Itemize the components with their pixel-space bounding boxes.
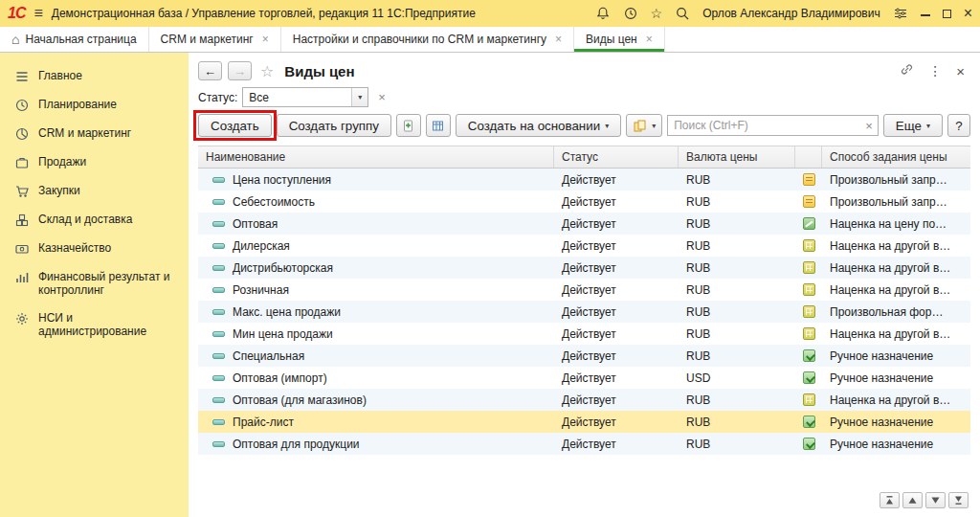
cell-status: Действует — [554, 301, 679, 323]
clear-filter-icon[interactable]: × — [373, 90, 390, 104]
service-settings-icon[interactable] — [893, 6, 908, 21]
cell-currency: RUB — [679, 169, 795, 191]
tab-close-icon[interactable]: × — [262, 33, 269, 46]
gear-icon — [14, 311, 30, 326]
table-view-button[interactable] — [426, 114, 451, 137]
go-up-button[interactable] — [902, 492, 923, 508]
sidebar-item-financial-result[interactable]: Финансовый результат и контроллинг — [0, 263, 189, 304]
sidebar-item-main[interactable]: Главное — [0, 62, 189, 91]
sidebar-item-warehouse[interactable]: Склад и доставка — [0, 206, 189, 235]
chevron-down-icon[interactable]: ▾ — [351, 88, 368, 106]
cell-method: Наценка на другой в… — [822, 257, 970, 279]
cell-method: Ручное назначение — [822, 367, 970, 389]
cell-method: Наценка на цену по… — [822, 213, 970, 235]
create-group-button[interactable]: Создать группу — [277, 114, 391, 137]
tab-price-types[interactable]: Виды цен × — [574, 27, 665, 52]
sidebar-item-planning[interactable]: Планирование — [0, 91, 189, 120]
price-type-item-icon — [212, 331, 225, 337]
minimize-window-icon[interactable] — [921, 9, 930, 18]
cell-method: Произвольный запр… — [822, 191, 970, 213]
document-plus-button[interactable] — [396, 114, 421, 137]
forward-button[interactable]: → — [228, 61, 252, 80]
tab-bar: ⌂ Начальная страница CRM и маркетинг × Н… — [0, 27, 980, 53]
sidebar-item-treasury[interactable]: Казначейство — [0, 235, 189, 263]
go-last-button[interactable] — [948, 492, 969, 508]
column-header-currency[interactable]: Валюта цены — [679, 146, 795, 168]
price-type-item-icon — [212, 353, 225, 359]
help-button[interactable]: ? — [947, 114, 970, 137]
price-types-table: Наименование Статус Валюта цены Способ з… — [198, 146, 970, 455]
table-row[interactable]: Мин цена продажи Действует RUB Наценка н… — [198, 323, 970, 345]
table-row[interactable]: Дилерская Действует RUB Наценка на друго… — [198, 235, 970, 257]
cell-method: Произвольный запр… — [822, 169, 970, 191]
table-row[interactable]: Оптовая (для магазинов) Действует RUB На… — [198, 389, 970, 411]
sidebar-item-administration[interactable]: НСИ и администрирование — [0, 304, 189, 346]
price-type-item-icon — [212, 265, 225, 271]
get-link-icon[interactable] — [900, 62, 914, 79]
close-form-icon[interactable]: × — [956, 63, 965, 79]
table-row[interactable]: Дистрибьюторская Действует RUB Наценка н… — [198, 257, 970, 279]
history-icon[interactable] — [623, 6, 638, 21]
maximize-window-icon[interactable] — [943, 10, 951, 18]
user-name[interactable]: Орлов Александр Владимирович — [702, 7, 880, 20]
table-row[interactable]: Специальная Действует RUB Ручное назначе… — [198, 345, 970, 367]
sidebar-item-sales[interactable]: Продажи — [0, 148, 189, 177]
financial-result-icon — [14, 270, 30, 285]
table-row[interactable]: Себестоимость Действует RUB Произвольный… — [198, 191, 970, 213]
cell-method: Наценка на другой в… — [822, 389, 970, 411]
cell-method: Произвольная фор… — [822, 301, 970, 323]
column-header-method-icon[interactable] — [795, 146, 822, 168]
sidebar-label: CRM и маркетинг — [38, 126, 131, 140]
sidebar-item-purchases[interactable]: Закупки — [0, 177, 189, 206]
list-toolbar: Создать Создать группу Создать на основа… — [189, 114, 980, 144]
table-row[interactable]: Розничная Действует RUB Наценка на друго… — [198, 279, 970, 301]
table-row[interactable]: Оптовая (импорт) Действует USD Ручное на… — [198, 367, 970, 389]
price-type-item-icon — [212, 177, 225, 183]
tab-crm-settings[interactable]: Настройки и справочники по CRM и маркети… — [281, 27, 574, 52]
cell-status: Действует — [554, 169, 679, 191]
column-header-status[interactable]: Статус — [554, 146, 679, 168]
go-down-button[interactable] — [925, 492, 946, 508]
window-title: Демонстрационная база / Управление торго… — [52, 7, 476, 20]
close-window-icon[interactable]: × — [964, 6, 972, 21]
table-row[interactable]: Оптовая Действует RUB Наценка на цену по… — [198, 213, 970, 235]
sidebar-label: Планирование — [38, 98, 117, 111]
cell-currency: RUB — [679, 279, 795, 301]
tab-home[interactable]: ⌂ Начальная страница — [0, 27, 149, 52]
back-button[interactable]: ← — [198, 61, 222, 80]
main-menu-icon[interactable]: ≡ — [33, 6, 42, 21]
more-menu-icon[interactable]: ⋮ — [928, 63, 942, 79]
search-icon[interactable] — [675, 6, 690, 21]
table-row[interactable]: Цена поступления Действует RUB Произволь… — [198, 169, 970, 191]
cell-name: Оптовая (для магазинов) — [233, 393, 367, 407]
tab-close-icon[interactable]: × — [646, 33, 653, 46]
table-row[interactable]: Оптовая для продукции Действует RUB Ручн… — [198, 433, 970, 455]
favorites-icon[interactable]: ☆ — [651, 7, 663, 20]
favorite-star-icon[interactable]: ☆ — [260, 62, 274, 80]
price-type-item-icon — [212, 199, 225, 205]
cell-status: Действует — [554, 235, 679, 257]
documents-menu-button[interactable]: ▾ — [626, 114, 662, 137]
sidebar-item-crm[interactable]: CRM и маркетинг — [0, 120, 189, 148]
go-first-button[interactable] — [880, 492, 900, 508]
cell-status: Действует — [554, 323, 679, 345]
clear-search-icon[interactable]: × — [860, 119, 878, 133]
cell-method: Наценка на другой в… — [822, 323, 970, 345]
create-button[interactable]: Создать — [198, 114, 272, 137]
status-filter-select[interactable]: Все ▾ — [242, 87, 368, 107]
sidebar-label: Закупки — [38, 184, 80, 197]
column-header-method[interactable]: Способ задания цены — [822, 146, 970, 168]
create-based-on-button[interactable]: Создать на основании ▾ — [456, 114, 621, 137]
table-row[interactable]: Прайс-лист Действует RUB Ручное назначен… — [198, 411, 970, 433]
tab-crm-marketing[interactable]: CRM и маркетинг × — [149, 27, 281, 52]
treasury-icon — [14, 241, 30, 257]
column-header-name[interactable]: Наименование — [198, 146, 554, 168]
tab-label: Начальная страница — [25, 33, 136, 46]
search-input[interactable] — [668, 119, 860, 132]
more-button[interactable]: Еще ▾ — [883, 114, 943, 137]
cell-status: Действует — [554, 433, 679, 455]
notifications-icon[interactable] — [595, 6, 611, 21]
sidebar-label: НСИ и администрирование — [38, 311, 181, 339]
table-row[interactable]: Макс. цена продажи Действует RUB Произво… — [198, 301, 970, 323]
tab-close-icon[interactable]: × — [555, 33, 562, 46]
